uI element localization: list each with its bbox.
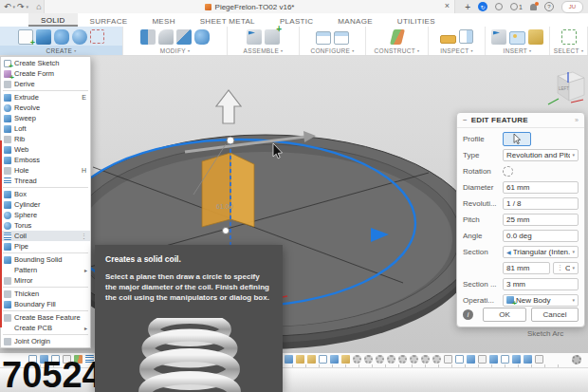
timeline-feature-icon[interactable]	[421, 355, 430, 364]
insert-derive-icon[interactable]	[491, 29, 506, 45]
diameter-input[interactable]: 61 mm	[503, 181, 579, 194]
undo-dropdown-icon[interactable]: ▾	[13, 4, 16, 9]
menu-item-emboss[interactable]: Emboss	[1, 155, 90, 165]
type-select[interactable]: Revolution and Pitch▾	[503, 149, 579, 161]
new-tab-icon[interactable]: +	[465, 2, 470, 12]
timeline-feature-icon[interactable]	[330, 355, 339, 364]
revoluti-input[interactable]: 1 / 8	[503, 197, 579, 210]
overflow-dots-icon[interactable]: ⋮	[81, 233, 87, 240]
menu-item-coil[interactable]: Coil⋮	[1, 231, 90, 241]
fillet-icon[interactable]	[158, 29, 174, 45]
bell-icon[interactable]	[530, 4, 537, 10]
viewcube[interactable]: LEFT	[548, 72, 584, 104]
menu-item-create-form[interactable]: Create Form	[1, 68, 90, 79]
timeline-feature-icon[interactable]	[410, 355, 418, 364]
collapse-icon[interactable]: −	[463, 116, 468, 124]
section-analysis-icon[interactable]	[459, 29, 473, 44]
timeline-feature-icon[interactable]	[364, 355, 373, 364]
section-select[interactable]: ◀Triangular (Inten...▾	[503, 246, 579, 258]
pitch-input[interactable]: 25 mm	[503, 214, 579, 226]
dialog-header[interactable]: − EDIT FEATURE »	[457, 113, 584, 128]
toolbar-group-label-assemble[interactable]: ASSEMBLE▾	[228, 46, 299, 55]
menu-item-create-sketch[interactable]: Create Sketch	[1, 58, 90, 68]
timeline-feature-icon[interactable]	[387, 355, 395, 364]
configuration-table-icon[interactable]	[334, 31, 349, 45]
combine-icon[interactable]	[194, 29, 210, 45]
menu-item-thread[interactable]: Thread	[1, 176, 90, 186]
timeline-feature-icon[interactable]	[478, 355, 487, 364]
home-icon[interactable]: ⌂	[36, 2, 41, 11]
angle-input[interactable]: 0.0 deg	[503, 230, 579, 242]
redo-dropdown-icon[interactable]: ▾	[27, 4, 29, 9]
menu-item-bounding-solid[interactable]: Bounding Solid	[1, 254, 90, 265]
timeline-feature-icon[interactable]	[489, 355, 498, 364]
notification-count[interactable]: 1	[510, 3, 523, 10]
create-sketch-icon[interactable]	[18, 29, 33, 45]
revolve-icon[interactable]	[54, 29, 69, 45]
toolbar-group-label-create[interactable]: CREATE▾	[0, 46, 122, 55]
menu-item-revolve[interactable]: Revolve	[1, 103, 90, 113]
timeline-feature-icon[interactable]	[376, 355, 384, 364]
tab-utilities[interactable]: UTILITIES	[385, 13, 448, 27]
measure-icon[interactable]	[440, 35, 456, 44]
timeline-feature-icon[interactable]	[319, 355, 327, 364]
menu-item-derive[interactable]: Derive	[1, 79, 90, 89]
redo-icon[interactable]: ↷	[17, 3, 25, 11]
timeline-feature-icon[interactable]	[353, 355, 361, 364]
document-tab[interactable]: PiegeFrelon-TO02 v16* ×	[44, 0, 455, 13]
rotation-icon[interactable]	[503, 166, 513, 177]
pattern-icon[interactable]	[90, 29, 104, 44]
height-arrow-manipulator[interactable]	[216, 90, 241, 123]
coil-section-left-face[interactable]	[202, 153, 230, 227]
menu-item-extrude[interactable]: ExtrudeE	[1, 92, 90, 103]
tab-mesh[interactable]: MESH	[139, 13, 187, 27]
menu-item-boundary-fill[interactable]: Boundary Fill	[1, 299, 90, 309]
timeline-feature-icon[interactable]	[398, 355, 407, 364]
dialog-grip-icon[interactable]: »	[575, 117, 579, 123]
top-point-manipulator[interactable]	[227, 137, 234, 144]
extrude-icon[interactable]	[36, 29, 51, 45]
profile-selector[interactable]	[503, 132, 531, 146]
canvas-icon[interactable]	[509, 31, 525, 45]
construction-plane-icon[interactable]	[390, 29, 405, 45]
timeline-feature-icon[interactable]	[524, 355, 532, 364]
operati-select[interactable]: New Body▾	[503, 294, 579, 307]
menu-item-create-base-feature[interactable]: Create Base Feature	[1, 312, 90, 323]
primitive-sphere-icon[interactable]	[72, 29, 87, 45]
toolbar-group-label-inspect[interactable]: INSPECT▾	[429, 46, 485, 55]
timeline-feature-icon[interactable]	[455, 355, 464, 364]
menu-item-mirror[interactable]: Mirror	[1, 275, 90, 286]
ok-button[interactable]: OK	[483, 308, 526, 322]
menu-item-sweep[interactable]: Sweep	[1, 113, 90, 123]
close-tab-icon[interactable]: ×	[445, 1, 450, 10]
toolbar-group-label-insert[interactable]: INSERT▾	[486, 46, 549, 55]
toolbar-group-label-select[interactable]: SELECT▾	[550, 46, 587, 55]
timeline-feature-icon[interactable]	[512, 355, 521, 364]
shell-icon[interactable]	[176, 29, 192, 45]
timeline-feature-icon[interactable]	[432, 355, 441, 364]
timeline-feature-icon[interactable]	[535, 355, 543, 364]
timeline-feature-icon[interactable]	[501, 355, 509, 364]
menu-item-sphere[interactable]: Sphere	[1, 210, 90, 220]
toolbar-group-label-construct[interactable]: CONSTRUCT▾	[366, 46, 428, 55]
extensions-icon[interactable]: ↻	[478, 2, 487, 11]
menu-item-web[interactable]: Web	[1, 144, 90, 155]
menu-item-create-pcb[interactable]: Create PCB▸	[1, 323, 90, 333]
timeline-feature-icon[interactable]	[307, 355, 316, 364]
center-point-manipulator[interactable]	[223, 228, 230, 234]
menu-item-thicken[interactable]: Thicken	[1, 289, 90, 299]
tab-surface[interactable]: SURFACE	[78, 13, 140, 27]
info-icon[interactable]: i	[463, 309, 473, 320]
joint-icon[interactable]	[265, 29, 280, 45]
undo-icon[interactable]: ↶	[4, 3, 11, 11]
toolbar-group-label-configure[interactable]: CONFIGURE▾	[300, 46, 365, 55]
select-icon[interactable]	[561, 29, 577, 45]
new-component-icon[interactable]	[247, 29, 262, 45]
menu-item-joint-origin[interactable]: Joint Origin	[1, 336, 90, 346]
cancel-button[interactable]: Cancel	[531, 308, 579, 322]
menu-item-hole[interactable]: HoleH	[1, 165, 90, 176]
insert-mesh-icon[interactable]	[528, 29, 543, 45]
section-input[interactable]: 3 mm	[503, 278, 579, 290]
menu-item-cylinder[interactable]: Cylinder	[1, 199, 90, 210]
timeline-feature-icon[interactable]	[341, 355, 350, 364]
